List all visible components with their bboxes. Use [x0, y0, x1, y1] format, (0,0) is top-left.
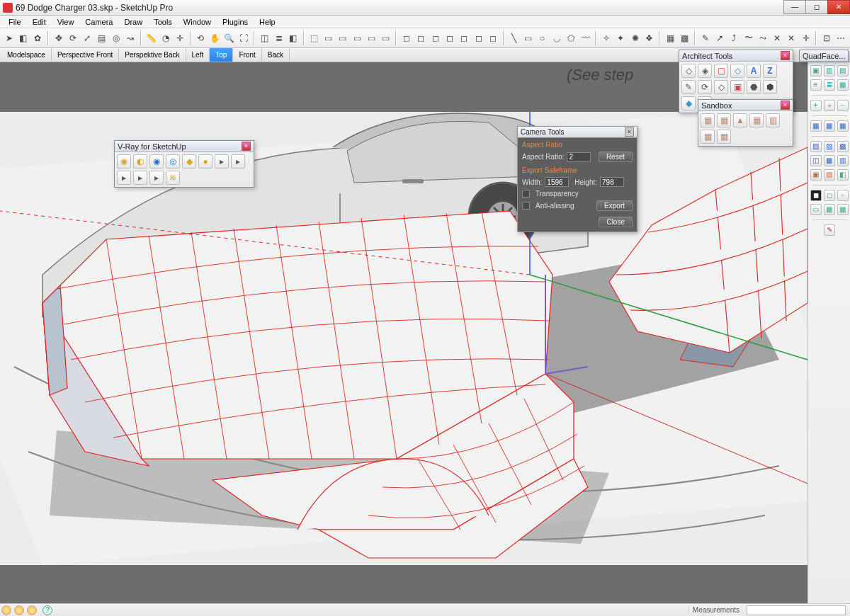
plugin13-icon[interactable]: ✕ [786, 32, 798, 45]
arch-icon-8[interactable]: ◇ [714, 80, 728, 94]
measurements-input[interactable] [747, 605, 846, 615]
qf-conv3-icon[interactable]: ▥ [837, 155, 849, 166]
vray-icon-2[interactable]: ◉ [149, 154, 164, 169]
vray-icon-11[interactable]: ≋ [166, 171, 180, 185]
qf-grid2-icon[interactable]: ▦ [824, 120, 835, 132]
offset-icon[interactable]: ◎ [110, 32, 122, 45]
sand-icon-4[interactable]: ▥ [766, 113, 780, 127]
sand-icon-2[interactable]: ▲ [733, 113, 747, 127]
status-icon-3[interactable] [27, 605, 37, 615]
plugin3-icon[interactable]: ✺ [629, 32, 641, 45]
qf-region-icon[interactable]: ▦ [837, 79, 849, 91]
menu-draw[interactable]: Draw [118, 17, 148, 27]
quadface-palette[interactable]: QuadFace... [799, 50, 849, 62]
line-icon[interactable]: ╲ [508, 32, 520, 45]
minimize-button[interactable]: — [783, 0, 806, 14]
menu-view[interactable]: View [52, 17, 80, 27]
move-icon[interactable]: ✥ [52, 32, 64, 45]
qf-grow-icon[interactable]: ▥ [824, 65, 835, 76]
qf-quad-icon[interactable]: ▨ [824, 141, 835, 152]
plugin6-icon[interactable]: ▩ [679, 32, 691, 45]
rect-icon[interactable]: ▭ [522, 32, 534, 45]
menu-edit[interactable]: Edit [27, 17, 52, 27]
paint-icon[interactable]: ✿ [32, 32, 44, 45]
sand-icon-0[interactable]: ▦ [701, 113, 715, 127]
top-icon[interactable]: ▭ [322, 32, 334, 45]
qf-uv3-icon[interactable]: ◧ [837, 169, 849, 181]
plugin11-icon[interactable]: ⤳ [756, 32, 769, 45]
plugin16-icon[interactable]: ⋯ [835, 32, 847, 45]
antialias-checkbox[interactable] [522, 202, 530, 210]
vray-icon-6[interactable]: ▸ [215, 154, 229, 169]
menu-camera[interactable]: Camera [79, 17, 118, 27]
menu-tools[interactable]: Tools [148, 17, 178, 27]
arch-icon-1[interactable]: ◈ [698, 64, 712, 78]
sand-icon-6[interactable]: ▦ [717, 130, 731, 144]
scene-modelspace[interactable]: Modelspace [1, 48, 52, 62]
height-input[interactable] [600, 177, 624, 187]
qf-ngon-icon[interactable]: ▩ [837, 141, 849, 152]
arch-icon-5[interactable]: Z [763, 64, 777, 78]
plugin9-icon[interactable]: ⤴ [728, 32, 740, 45]
reset-button[interactable]: Reset [599, 152, 633, 162]
qf-select-icon[interactable]: ▣ [810, 65, 822, 76]
scene-top[interactable]: Top [210, 48, 233, 62]
export-button[interactable]: Export [596, 200, 633, 211]
status-icon-2[interactable] [14, 605, 24, 615]
qf-tri-icon[interactable]: ▧ [810, 141, 822, 152]
qf-shrink-icon[interactable]: ▤ [837, 65, 849, 76]
zoom-icon[interactable]: 🔍 [223, 32, 235, 45]
arch-icon-3[interactable]: ◇ [730, 64, 744, 78]
section-icon[interactable]: ◫ [259, 32, 271, 45]
vray-icon-10[interactable]: ▸ [149, 171, 164, 185]
vray-palette[interactable]: V-Ray for SketchUp× ◉ ◐ ◉ ◎ ◆ ● ▸ ▸ ▸ ▸ … [114, 140, 254, 188]
back-icon[interactable]: ▭ [366, 32, 378, 45]
sand-icon-5[interactable]: ▦ [701, 130, 715, 144]
close-button[interactable]: ✕ [827, 0, 850, 14]
arch-icon-7[interactable]: ⟳ [698, 80, 712, 94]
plugin1-icon[interactable]: ✧ [600, 32, 612, 45]
qf-uv2-icon[interactable]: ▤ [824, 169, 835, 181]
followme-icon[interactable]: ↝ [124, 32, 136, 45]
cube4-icon[interactable]: ◻ [443, 32, 455, 45]
qf-ring-icon[interactable]: ≡ [810, 79, 822, 91]
zoom-extents-icon[interactable]: ⛶ [237, 32, 249, 45]
qf-conv2-icon[interactable]: ▦ [824, 155, 835, 166]
scene-back[interactable]: Back [262, 48, 290, 62]
layers-icon[interactable]: ≣ [273, 32, 285, 45]
scene-left[interactable]: Left [186, 48, 210, 62]
vray-icon-3[interactable]: ◎ [166, 154, 180, 169]
cube1-icon[interactable]: ◻ [400, 32, 412, 45]
arch-icon-0[interactable]: ◇ [681, 64, 696, 78]
architect-close-icon[interactable]: × [781, 51, 790, 60]
sandbox-palette[interactable]: Sandbox× ▦ ▦ ▲ ▦ ▥ ▦ ▦ [698, 99, 793, 147]
polygon-icon[interactable]: ⬠ [565, 32, 577, 45]
qf-misc3-icon[interactable]: ▦ [837, 204, 849, 215]
plugin8-icon[interactable]: ↗ [713, 32, 725, 45]
arch-icon-6[interactable]: ✎ [681, 80, 696, 94]
sandbox-close-icon[interactable]: × [781, 101, 790, 110]
vray-icon-0[interactable]: ◉ [117, 154, 131, 169]
qf-bw1-icon[interactable]: ◼ [810, 190, 822, 201]
iso-icon[interactable]: ⬚ [308, 32, 320, 45]
vray-close-icon[interactable]: × [242, 142, 251, 151]
qf-uv1-icon[interactable]: ▣ [810, 169, 822, 181]
qf-plus2-icon[interactable]: ＋ [824, 100, 835, 111]
pan-icon[interactable]: ✋ [209, 32, 221, 45]
width-input[interactable] [545, 177, 569, 187]
plugin15-icon[interactable]: ⊡ [820, 32, 832, 45]
viewport[interactable]: (See step [0, 62, 850, 603]
circle-icon[interactable]: ○ [536, 32, 548, 45]
front-icon[interactable]: ▭ [336, 32, 348, 45]
qf-conv1-icon[interactable]: ◫ [810, 155, 822, 166]
plugin12-icon[interactable]: ✕ [771, 32, 783, 45]
menu-file[interactable]: File [3, 17, 27, 27]
rotate-icon[interactable]: ⟳ [67, 32, 79, 45]
freehand-icon[interactable]: 〰 [579, 32, 591, 45]
qf-pencil-icon[interactable]: ✎ [824, 224, 835, 236]
arch-icon-11[interactable]: ⬢ [763, 80, 777, 94]
maximize-button[interactable]: ◻ [805, 0, 828, 14]
plugin10-icon[interactable]: 〜 [742, 32, 754, 45]
transparency-checkbox[interactable] [522, 190, 530, 198]
cube3-icon[interactable]: ◻ [429, 32, 441, 45]
